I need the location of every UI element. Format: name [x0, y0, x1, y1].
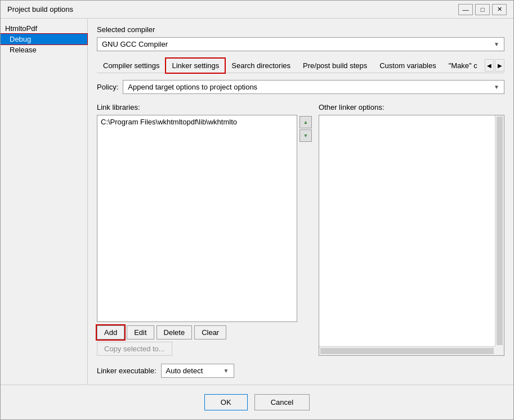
scrollbar-thumb-v: [497, 117, 503, 345]
compiler-value: GNU GCC Compiler: [102, 40, 168, 48]
edit-button[interactable]: Edit: [127, 325, 154, 339]
policy-label: Policy:: [97, 83, 118, 91]
list-move-up-btn[interactable]: ▲: [300, 116, 312, 128]
tabs-bar: Compiler settings Linker settings Search…: [97, 58, 504, 73]
tab-search-directories[interactable]: Search directories: [225, 58, 297, 73]
window-body: HtmltoPdf Debug Release Selected compile…: [1, 19, 513, 385]
clear-button[interactable]: Clear: [194, 325, 226, 339]
other-linker-section: Other linker options:: [319, 103, 504, 356]
maximize-button[interactable]: □: [475, 4, 490, 15]
other-linker-scrollbar-h[interactable]: [319, 346, 495, 355]
linker-exec-dropdown[interactable]: Auto detect ▼: [161, 364, 234, 378]
sidebar: HtmltoPdf Debug Release: [1, 19, 88, 385]
main-window: Project build options — □ ✕ HtmltoPdf De…: [0, 0, 514, 420]
tab-linker-settings[interactable]: Linker settings: [166, 58, 225, 73]
close-button[interactable]: ✕: [492, 4, 507, 15]
copy-row: Copy selected to...: [97, 342, 312, 356]
footer-buttons: OK Cancel: [1, 385, 513, 419]
linker-exec-row: Linker executable: Auto detect ▼: [97, 364, 504, 378]
other-linker-label: Other linker options:: [319, 103, 504, 111]
policy-dropdown[interactable]: Append target options to project options…: [123, 80, 504, 94]
lib-list[interactable]: C:\Program Files\wkhtmltopdf\lib\wkhtmlt…: [97, 115, 297, 322]
copy-selected-button[interactable]: Copy selected to...: [97, 342, 172, 356]
title-bar: Project build options — □ ✕: [1, 1, 513, 19]
main-panel: Selected compiler GNU GCC Compiler ▼ Com…: [88, 19, 513, 385]
delete-button[interactable]: Delete: [157, 325, 193, 339]
list-item: C:\Program Files\wkhtmltopdf\lib\wkhtmlt…: [99, 117, 296, 127]
policy-dropdown-arrow: ▼: [494, 84, 499, 90]
other-linker-scrollbar-v[interactable]: [495, 115, 504, 346]
project-name: HtmltoPdf: [1, 23, 87, 34]
list-move-down-btn[interactable]: ▼: [300, 129, 312, 142]
link-libraries-label: Link libraries:: [97, 103, 312, 111]
minimize-button[interactable]: —: [458, 4, 473, 15]
policy-value: Append target options to project options: [128, 83, 257, 91]
tab-compiler-settings[interactable]: Compiler settings: [97, 58, 166, 73]
window-controls: — □ ✕: [458, 4, 507, 15]
compiler-dropdown-arrow: ▼: [494, 41, 499, 47]
other-linker-textarea[interactable]: [319, 115, 495, 346]
scrollbar-thumb-h: [320, 348, 494, 354]
sidebar-item-release[interactable]: Release: [1, 44, 87, 55]
compiler-dropdown[interactable]: GNU GCC Compiler ▼: [97, 37, 504, 51]
linker-exec-value: Auto detect: [166, 367, 203, 375]
scrollbar-corner: [495, 346, 504, 355]
cancel-button[interactable]: Cancel: [254, 394, 310, 410]
policy-row: Policy: Append target options to project…: [97, 80, 504, 94]
tab-custom-variables[interactable]: Custom variables: [373, 58, 442, 73]
sidebar-item-debug[interactable]: Debug: [1, 34, 87, 44]
link-libraries-section: Link libraries: C:\Program Files\wkhtmlt…: [97, 103, 312, 356]
list-nav-buttons: ▲ ▼: [300, 115, 312, 322]
linker-exec-label: Linker executable:: [97, 367, 157, 375]
ok-button[interactable]: OK: [204, 394, 248, 410]
tab-pre-post-build[interactable]: Pre/post build steps: [297, 58, 373, 73]
other-linker-container: [319, 115, 504, 356]
compiler-label: Selected compiler: [97, 25, 504, 34]
tab-scroll-left[interactable]: ◀: [485, 59, 494, 72]
linker-exec-arrow: ▼: [224, 368, 229, 374]
lib-action-buttons: Add Edit Delete Clear: [97, 325, 312, 339]
add-button[interactable]: Add: [97, 325, 124, 339]
tab-scroll-right[interactable]: ▶: [495, 59, 504, 72]
lib-list-container: C:\Program Files\wkhtmltopdf\lib\wkhtmlt…: [97, 115, 312, 322]
window-title: Project build options: [7, 5, 73, 14]
tab-make[interactable]: "Make" c: [443, 58, 484, 73]
linker-area: Link libraries: C:\Program Files\wkhtmlt…: [97, 103, 504, 356]
